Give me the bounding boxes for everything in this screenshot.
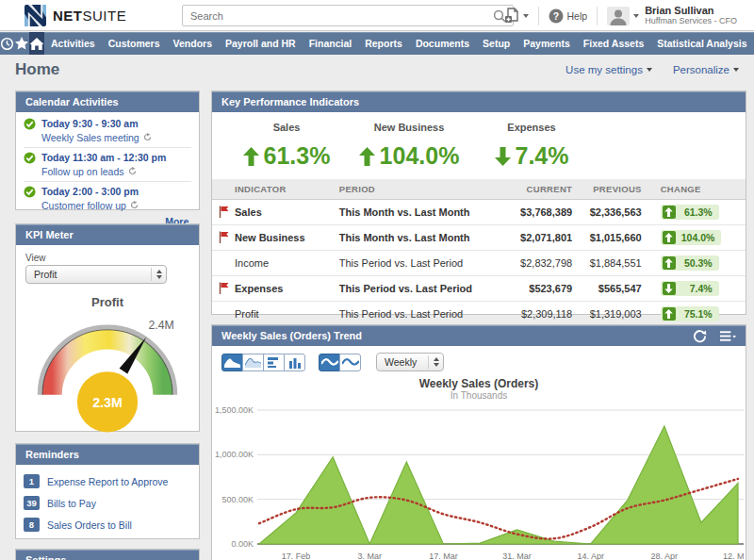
kpi-summary-expenses: Expenses7.4%: [470, 122, 593, 170]
kpi-table: INDICATORPERIODCURRENTPREVIOUSCHANGE Sal…: [212, 179, 746, 326]
calendar-event-link[interactable]: Weekly Sales meeting: [41, 132, 139, 143]
y-tick-label: 0.00K: [231, 539, 254, 549]
create-new-button[interactable]: [495, 8, 538, 24]
calendar-activities-panel: Calendar Activities Today 9:30 - 9:30 am…: [15, 91, 200, 210]
x-tick-label: 28. Apr: [651, 552, 679, 560]
badge-arrow-up-icon: [663, 231, 676, 244]
x-tick-label: 17. Feb: [282, 552, 311, 560]
top-header: NETSUITE ?: [0, 0, 754, 31]
nav-item-activities[interactable]: Activities: [44, 32, 102, 55]
kpi-view-select-value: Profit: [26, 269, 151, 280]
recurring-icon: [130, 201, 139, 209]
kpi-period-cell: This Period vs. Last Period: [336, 276, 500, 302]
reminder-item[interactable]: 1Expense Report to Approve: [24, 470, 191, 492]
netsuite-logo-text: NETSUITE: [53, 8, 126, 24]
kpi-change-cell: 7.4%: [646, 276, 746, 302]
calendar-event-link[interactable]: Follow up on leads: [41, 166, 124, 177]
user-name: Brian Sullivan: [645, 6, 737, 16]
kpi-summary-percent: 104.0%: [380, 142, 460, 170]
kpi-col-header: PERIOD: [336, 179, 500, 200]
panel-menu-icon[interactable]: [720, 330, 736, 342]
kpi-previous-cell: $1,884,551: [576, 251, 646, 276]
kpi-table-row: SalesThis Month vs. Last Month$3,768,389…: [212, 200, 746, 225]
kpi-current-cell: $523,679: [499, 276, 576, 302]
home-icon: [29, 37, 44, 51]
nav-menu: ActivitiesCustomersVendorsPayroll and HR…: [44, 32, 754, 55]
kpi-table-head: INDICATORPERIODCURRENTPREVIOUSCHANGE: [212, 179, 746, 200]
nav-item-reports[interactable]: Reports: [358, 32, 409, 55]
panel-title: KPI Meter: [25, 229, 74, 240]
user-menu[interactable]: Brian Sullivan Huffman Services - CFO: [598, 6, 746, 26]
chart-title: Weekly Sales (Orders): [212, 377, 746, 390]
calendar-event-link-row: Customer follow up: [41, 198, 139, 212]
kpi-summary: Sales61.3%New Business104.0%Expenses7.4%: [212, 112, 746, 173]
kpi-period-cell: This Month vs. Last Month: [336, 200, 500, 225]
view-label: View: [25, 253, 189, 263]
netsuite-logo[interactable]: NETSUITE: [25, 5, 126, 26]
help-label: Help: [567, 10, 588, 22]
kpi-change-cell: 75.1%: [646, 302, 746, 327]
x-tick-label: 17. Mar: [429, 552, 458, 560]
badge-arrow-up-icon: [663, 206, 676, 219]
chart-type-line-button[interactable]: [242, 354, 264, 371]
calendar-event-text: Today 2:00 - 3:00 pmCustomer follow up: [41, 186, 139, 212]
kpi-period-cell: This Period vs. Last Period: [336, 302, 500, 327]
use-my-settings-link[interactable]: Use my settings: [566, 64, 652, 75]
arrow-up-icon: [359, 147, 375, 166]
kpi-col-header: INDICATOR: [212, 179, 336, 200]
recent-records-button[interactable]: [0, 32, 14, 55]
reminder-link[interactable]: Expense Report to Approve: [47, 476, 168, 487]
change-percent: 75.1%: [684, 308, 713, 320]
kpi-change-cell: 50.3%: [646, 251, 746, 276]
flag-icon: [219, 231, 229, 243]
kpi-view-select[interactable]: Profit: [25, 265, 167, 284]
kpi-indicator-cell: Profit: [212, 302, 336, 327]
panel-title: Calendar Activities: [25, 96, 119, 107]
refresh-icon[interactable]: [693, 329, 707, 343]
y-tick-label: 1,000.00K: [215, 450, 254, 459]
page-bar: Home Use my settings Personalize: [0, 55, 754, 85]
gauge-title: Profit: [25, 295, 189, 309]
calendar-event: Today 11:30 am - 12:30 pmFollow up on le…: [24, 148, 191, 182]
kpi-summary-label: Expenses: [470, 122, 593, 133]
nav-item-setup[interactable]: Setup: [476, 32, 516, 55]
kpi-summary-value: 7.4%: [470, 142, 593, 170]
reminder-link[interactable]: Bills to Pay: [47, 498, 96, 509]
nav-item-fixed-assets[interactable]: Fixed Assets: [577, 32, 650, 55]
chart-type-hbar-button[interactable]: [263, 354, 285, 371]
kpi-indicator-cell: New Business: [212, 225, 336, 251]
kpi-col-header: CHANGE: [646, 179, 746, 200]
chart-type-area-button[interactable]: [221, 354, 243, 371]
recurring-icon: [128, 167, 137, 175]
flag-icon: [219, 282, 229, 294]
user-info: Brian Sullivan Huffman Services - CFO: [643, 6, 737, 26]
reminder-item[interactable]: 8Sales Orders to Bill: [24, 514, 191, 535]
kpi-gauge-svg: 2.3M 2.4M: [25, 309, 189, 439]
search-input[interactable]: [183, 10, 486, 22]
calendar-event-link[interactable]: Customer follow up: [41, 200, 126, 211]
home-button[interactable]: [29, 32, 44, 55]
kpi-table-row: ExpensesThis Period vs. Last Period$523,…: [212, 276, 746, 302]
shortcuts-button[interactable]: [14, 32, 29, 55]
help-button[interactable]: ? Help: [539, 8, 598, 24]
trend-smooth-button[interactable]: [319, 354, 340, 371]
calendar-event-link-row: Weekly Sales meeting: [41, 130, 152, 144]
x-tick-label: 31. Mar: [502, 552, 532, 560]
nav-item-customers[interactable]: Customers: [102, 32, 167, 55]
kpi-col-header: PREVIOUS: [576, 179, 646, 200]
chart-type-column-button[interactable]: [284, 354, 305, 371]
personalize-link[interactable]: Personalize: [673, 64, 739, 75]
nav-item-documents[interactable]: Documents: [409, 32, 476, 55]
nav-item-payments[interactable]: Payments: [516, 32, 577, 55]
nav-item-payroll-and-hr[interactable]: Payroll and HR: [219, 32, 303, 55]
nav-item-financial[interactable]: Financial: [303, 32, 359, 55]
kpi-period-cell: This Month vs. Last Month: [336, 225, 500, 251]
nav-item-statistical-analysis[interactable]: Statistical Analysis: [650, 32, 753, 55]
trend-period-value: Weekly: [377, 356, 428, 368]
main-nav: ActivitiesCustomersVendorsPayroll and HR…: [0, 32, 754, 55]
nav-item-vendors[interactable]: Vendors: [167, 32, 219, 55]
trend-period-select[interactable]: Weekly: [376, 353, 444, 371]
trend-wave-button[interactable]: [339, 354, 361, 371]
reminder-link[interactable]: Sales Orders to Bill: [47, 519, 132, 531]
reminder-item[interactable]: 39Bills to Pay: [24, 492, 191, 514]
